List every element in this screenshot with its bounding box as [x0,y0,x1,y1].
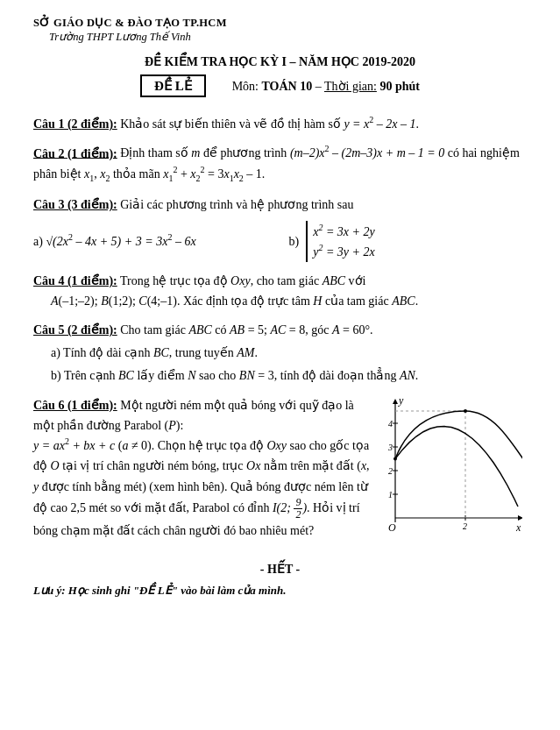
q3b-label: b) [289,231,300,252]
q3a: a) √(2x2 – 4x + 5) + 3 = 3x2 – 6x [33,230,272,252]
question-2: Câu 2 (1 điểm): Định tham số m để phương… [33,143,527,187]
svg-rect-19 [395,395,522,522]
eq2: y2 = 3y + 2x [313,241,375,262]
parabola-graph: y x O 1 2 3 4 2 [386,395,522,540]
q4-coords: A(–1;–2); B(1;2); C(4;–1). Xác định tọa … [51,294,418,308]
exam-title-row: ĐỀ KIỂM TRA HỌC KỲ I – NĂM HỌC 2019-2020 [33,54,527,69]
time-label: Thời gian: [324,80,377,93]
eq1: x2 = 3x + 2y [313,221,375,242]
svg-marker-3 [393,399,398,404]
mon-value: TOÁN 10 [262,80,313,93]
q3-label: Câu 3 (3 điểm): [33,198,117,211]
q3a-formula: √(2x2 – 4x + 5) + 3 = 3x2 – 6x [46,235,195,248]
q5-text: Cho tam giác ABC có AB = 5; AC = 8, góc … [120,323,372,337]
q5a: a) Tính độ dài cạnh BC, trung tuyến AM. [51,343,527,363]
exam-title: ĐỀ KIỂM TRA HỌC KỲ I – NĂM HỌC 2019-2020 [33,54,527,69]
question-6: Câu 6 (1 điểm): Một người ném một quả bó… [33,395,527,546]
q2-label: Câu 2 (1 điểm): [33,146,117,159]
svg-marker-2 [518,515,522,521]
dash: – [315,80,324,93]
svg-text:x: x [515,521,521,534]
het: - HẾT - [33,562,527,577]
svg-text:2: 2 [388,466,393,476]
question-4: Câu 4 (1 điểm): Trong hệ trục tọa độ Oxy… [33,271,527,311]
question-5: Câu 5 (2 điểm): Cho tam giác ABC có AB =… [33,320,527,386]
svg-text:2: 2 [463,521,467,531]
q4-label: Câu 4 (1 điểm): [33,274,117,287]
mon-line: Môn: TOÁN 10 – Thời gian: 90 phút [232,79,420,94]
de-le-box: ĐỀ LẺ [140,74,206,97]
svg-text:1: 1 [388,490,393,500]
q6-graph-col: y x O 1 2 3 4 2 [386,395,527,546]
svg-point-21 [464,409,467,413]
svg-text:O: O [388,521,396,534]
question-1: Câu 1 (2 điểm): Khảo sát sự biến thiên v… [33,113,527,134]
header-org: SỞ GIÁO DỤC & ĐÀO TẠO TP.HCM [33,16,527,30]
q4-text: Trong hệ trục tọa độ Oxy, cho tam giác A… [120,274,366,287]
time-value: 90 phút [379,80,420,93]
system-eq: x2 = 3x + 2y y2 = 3y + 2x [306,221,375,263]
q5b: b) Trên cạnh BC lấy điểm N sao cho BN = … [51,365,527,386]
svg-text:y: y [398,395,404,407]
svg-point-20 [393,457,397,460]
q3a-label: a) [33,235,46,248]
q6-text-col: Câu 6 (1 điểm): Một người ném một quả bó… [33,395,378,546]
q3-text: Giải các phương trình và hệ phương trình… [120,198,353,211]
q1-text: Khảo sát sự biến thiên và vẽ đồ thị hàm … [120,117,419,131]
q6-content: Câu 6 (1 điểm): Một người ném một quả bó… [33,395,527,546]
luu-y: Lưu ý: Học sinh ghi "ĐỀ LẺ" vào bài làm … [33,584,527,598]
header-school: Trường THPT Lương Thế Vinh [49,30,527,44]
de-le-row: ĐỀ LẺ Môn: TOÁN 10 – Thời gian: 90 phút [33,74,527,97]
question-3: Câu 3 (3 điểm): Giải các phương trình và… [33,195,527,262]
q1-label: Câu 1 (2 điểm): [33,117,117,131]
mon-label: Môn: [232,80,259,93]
q3-parts: a) √(2x2 – 4x + 5) + 3 = 3x2 – 6x b) x2 … [33,221,527,263]
q3b: b) x2 = 3x + 2y y2 = 3y + 2x [289,221,528,263]
svg-text:4: 4 [388,419,393,429]
q6-label: Câu 6 (1 điểm): [33,399,117,412]
svg-text:3: 3 [387,443,393,452]
q5-label: Câu 5 (2 điểm): [33,323,117,337]
q6-text: Một người ném một quả bóng với quỹ đạo l… [33,399,370,538]
